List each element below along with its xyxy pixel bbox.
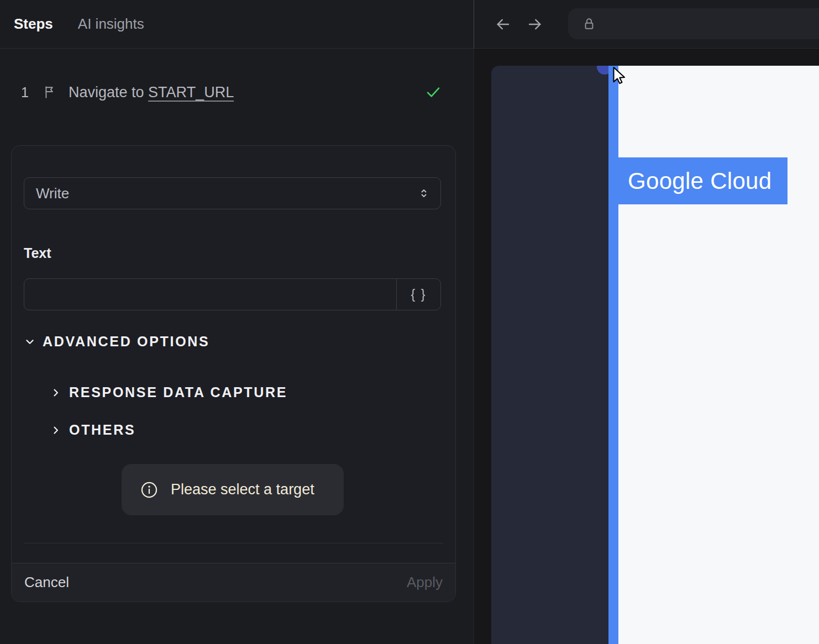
- insert-variable-button[interactable]: { }: [396, 279, 440, 310]
- chevron-updown-icon: [417, 187, 431, 200]
- tab-ai-insights[interactable]: AI insights: [78, 15, 144, 33]
- chevron-right-icon: [50, 387, 61, 398]
- check-icon: [424, 83, 442, 101]
- others-toggle[interactable]: OTHERS: [50, 422, 135, 438]
- step-number: 1: [21, 85, 39, 101]
- step-editor-card: Write Text { } ADVANCED OPTIONS RESPONSE…: [11, 145, 456, 602]
- divider: [24, 543, 443, 543]
- flag-icon: [43, 85, 57, 99]
- notice-text: Please select a target: [171, 481, 314, 498]
- page-sidebar: [491, 66, 608, 644]
- action-select[interactable]: Write: [24, 177, 441, 209]
- back-icon[interactable]: [495, 16, 511, 33]
- tab-steps[interactable]: Steps: [14, 15, 53, 33]
- response-data-capture-toggle[interactable]: RESPONSE DATA CAPTURE: [50, 384, 287, 400]
- text-input[interactable]: [24, 279, 396, 310]
- brand-banner-text: Google Cloud: [628, 168, 771, 194]
- select-target-notice: Please select a target: [122, 464, 344, 515]
- address-bar[interactable]: [568, 8, 819, 39]
- page-content: [618, 66, 819, 644]
- step-title: Navigate to START_URL: [69, 84, 234, 101]
- step-target-link[interactable]: START_URL: [148, 84, 234, 101]
- chevron-down-icon: [24, 336, 36, 348]
- text-field-label: Text: [24, 245, 51, 261]
- steps-panel: Steps AI insights 1 Navigate to START_UR…: [0, 0, 474, 644]
- mouse-cursor: [610, 66, 629, 86]
- apply-button[interactable]: Apply: [407, 574, 443, 591]
- brand-banner: Google Cloud: [618, 157, 788, 204]
- others-label: OTHERS: [69, 422, 135, 438]
- browser-panel: Google Cloud: [474, 0, 819, 644]
- text-input-row: { }: [24, 278, 441, 310]
- browser-toolbar: [474, 0, 819, 49]
- lock-icon: [581, 15, 597, 32]
- advanced-options-toggle[interactable]: ADVANCED OPTIONS: [24, 334, 209, 350]
- step-row[interactable]: 1 Navigate to START_URL: [0, 76, 474, 108]
- cancel-button[interactable]: Cancel: [24, 574, 69, 591]
- left-topbar: Steps AI insights: [0, 0, 474, 49]
- forward-icon[interactable]: [527, 16, 543, 33]
- chevron-right-icon: [50, 425, 61, 436]
- selection-highlight-stripe: [608, 66, 618, 644]
- advanced-options-label: ADVANCED OPTIONS: [43, 334, 209, 350]
- page-area: Google Cloud: [474, 66, 819, 644]
- action-select-value: Write: [36, 185, 417, 202]
- browser-viewport: Google Cloud: [474, 49, 819, 644]
- response-data-capture-label: RESPONSE DATA CAPTURE: [69, 384, 287, 400]
- info-icon: [140, 481, 159, 499]
- editor-footer: Cancel Apply: [12, 563, 455, 601]
